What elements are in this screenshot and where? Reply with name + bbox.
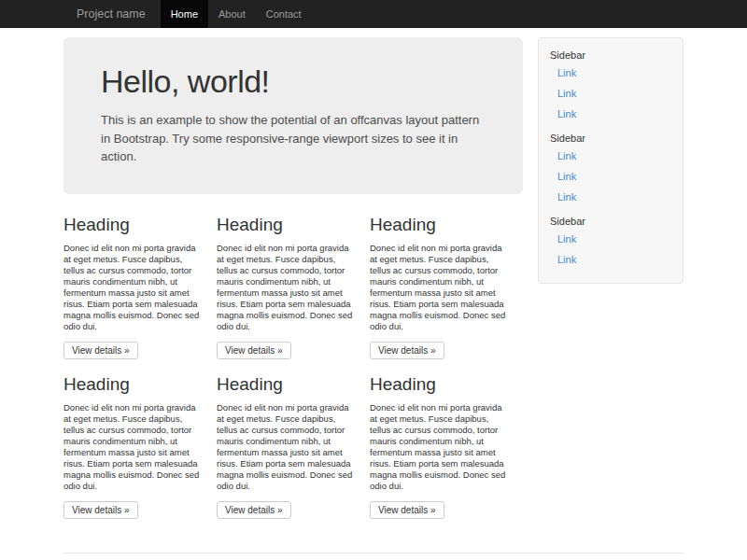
view-details-button[interactable]: View details » [370,501,444,519]
view-details-button[interactable]: View details » [370,342,444,359]
card-heading: Heading [63,215,202,235]
footer: © Company 2013 [63,553,684,560]
sidebar-group-title: Sidebar [550,49,671,61]
sidebar-link[interactable]: Link [550,166,671,187]
nav-item-contact[interactable]: Contact [256,0,312,28]
jumbotron: Hello, world! This is an example to show… [63,37,523,194]
main-row: Hello, world! This is an example to show… [63,37,684,534]
cards-row-1: Heading Donec id elit non mi porta gravi… [63,215,523,359]
main-content: Hello, world! This is an example to show… [63,37,523,534]
card-heading: Heading [370,215,508,235]
sidebar-link[interactable]: Link [550,249,671,270]
navbar-nav: Home About Contact [161,0,312,28]
sidebar-link[interactable]: Link [550,146,671,166]
card-text: Donec id elit non mi porta gravida at eg… [63,402,202,492]
sidebar-link[interactable]: Link [550,83,671,104]
view-details-button[interactable]: View details » [63,501,138,519]
sidebar-link[interactable]: Link [550,229,671,249]
card-4: Heading Donec id elit non mi porta gravi… [63,374,202,519]
card-text: Donec id elit non mi porta gravida at eg… [63,243,202,332]
jumbotron-text: This is an example to show the potential… [101,111,486,166]
sidebar-group-3: Sidebar Link Link [550,216,671,270]
card-heading: Heading [217,374,355,395]
card-6: Heading Donec id elit non mi porta gravi… [370,374,508,519]
card-2: Heading Donec id elit non mi porta gravi… [217,215,355,359]
sidebar: Sidebar Link Link Link Sidebar Link Link… [538,37,684,284]
sidebar-link[interactable]: Link [550,104,671,124]
page-container: Hello, world! This is an example to show… [63,28,684,560]
navbar-container: Project name Home About Contact [63,0,684,28]
view-details-button[interactable]: View details » [217,342,291,359]
card-text: Donec id elit non mi porta gravida at eg… [217,243,355,332]
cards-row-2: Heading Donec id elit non mi porta gravi… [63,374,523,519]
card-5: Heading Donec id elit non mi porta gravi… [217,374,355,519]
sidebar-group-title: Sidebar [550,133,671,144]
card-heading: Heading [217,215,355,235]
nav-item-about[interactable]: About [208,0,256,28]
sidebar-group-1: Sidebar Link Link Link [550,49,671,124]
navbar: Project name Home About Contact [0,0,747,28]
card-text: Donec id elit non mi porta gravida at eg… [217,402,355,492]
sidebar-group-2: Sidebar Link Link Link [550,133,671,207]
card-3: Heading Donec id elit non mi porta gravi… [370,215,508,359]
card-heading: Heading [370,374,508,395]
sidebar-group-title: Sidebar [550,216,671,227]
sidebar-link[interactable]: Link [550,63,671,83]
sidebar-link[interactable]: Link [550,187,671,207]
nav-item-home[interactable]: Home [161,0,208,28]
card-heading: Heading [63,374,202,395]
card-text: Donec id elit non mi porta gravida at eg… [370,402,508,492]
view-details-button[interactable]: View details » [217,501,291,519]
view-details-button[interactable]: View details » [63,342,138,359]
card-text: Donec id elit non mi porta gravida at eg… [370,243,508,332]
card-1: Heading Donec id elit non mi porta gravi… [63,215,202,359]
jumbotron-title: Hello, world! [101,63,486,100]
navbar-brand[interactable]: Project name [63,0,161,28]
